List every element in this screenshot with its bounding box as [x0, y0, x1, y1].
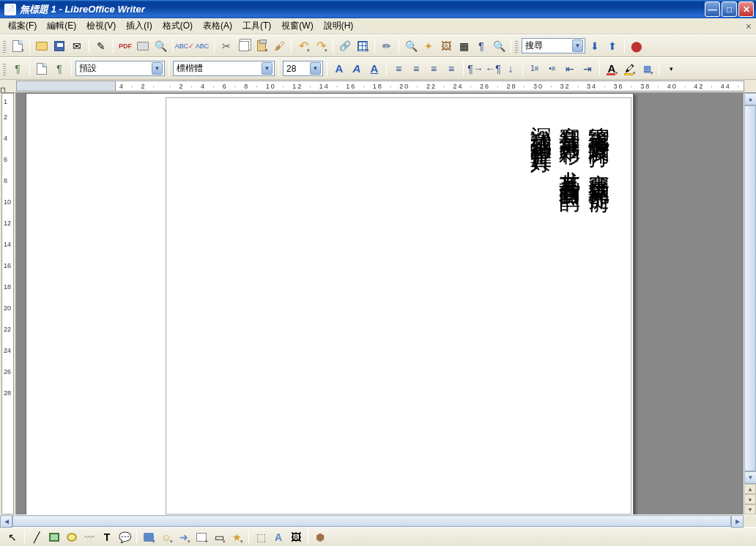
horizontal-scrollbar[interactable]: ◀ ▶ — [0, 515, 756, 527]
star-shapes-button[interactable]: ★ — [229, 529, 245, 545]
menu-tools[interactable]: 工具(T) — [237, 18, 276, 34]
italic-button[interactable]: A — [349, 61, 365, 77]
indent-decrease-button[interactable]: ⇤ — [562, 61, 578, 77]
more-button[interactable]: ▾ — [663, 61, 679, 77]
export-pdf-button[interactable]: PDF — [117, 38, 133, 54]
hyperlink-button[interactable]: 🔗 — [337, 38, 353, 54]
copy-button[interactable] — [236, 38, 252, 54]
select-tool-button[interactable]: ↖ — [4, 529, 21, 545]
paragraph-style-combo[interactable]: 預設 ▼ — [75, 61, 165, 76]
document-close-button[interactable]: × — [746, 20, 752, 32]
menu-insert[interactable]: 插入(I) — [121, 18, 157, 34]
rect-tool-button[interactable] — [46, 529, 62, 545]
symbol-shapes-button[interactable]: ☺ — [158, 529, 174, 545]
document-page[interactable]: 總冠軍賽還沒開打，賽爾提克卻提前 賽卻是萬分精彩。尤其是看到西區的 深讓我感到┊… — [166, 97, 631, 515]
background-color-button[interactable]: ▦ — [639, 61, 655, 77]
document-text[interactable]: 總冠軍賽還沒開打，賽爾提克卻提前 賽卻是萬分精彩。尤其是看到西區的 深讓我感到┊… — [524, 110, 610, 504]
window-minimize-button[interactable]: — — [705, 1, 720, 17]
underline-button[interactable]: A — [366, 61, 382, 77]
indent-increase-button[interactable]: ⇥ — [579, 61, 596, 77]
font-value[interactable]: 標楷體 — [177, 62, 259, 75]
edit-mode-button[interactable]: ✎ — [93, 38, 109, 54]
find-replace-button[interactable]: 🔍 — [403, 38, 419, 54]
toolbar-grip-3[interactable] — [3, 62, 6, 75]
print-button[interactable] — [135, 38, 151, 54]
next-page-button[interactable]: ▼ — [744, 504, 756, 515]
menu-format[interactable]: 格式(O) — [158, 18, 198, 34]
line-tool-button[interactable]: ╱ — [29, 529, 45, 545]
spellcheck-button[interactable]: ABC✓ — [177, 38, 193, 54]
styles-button[interactable]: ¶ — [10, 61, 26, 77]
ltr-button[interactable]: ¶→ — [467, 61, 483, 77]
prev-page-button[interactable]: ▲ — [744, 484, 756, 494]
ttb-lr-button[interactable]: ↓ — [503, 61, 519, 77]
vertical-scrollbar[interactable]: ▲ ▼ ▲ ● ▼ — [744, 93, 756, 515]
save-button[interactable] — [51, 38, 67, 54]
data-sources-button[interactable]: ▦ — [456, 38, 472, 54]
menu-view[interactable]: 檢視(V) — [81, 18, 121, 34]
new-document-button[interactable] — [10, 38, 26, 54]
nav-browse-button[interactable]: ● — [744, 494, 756, 504]
scroll-thumb[interactable] — [744, 105, 756, 471]
font-size-combo[interactable]: 28 ▼ — [283, 61, 323, 76]
dropdown-arrow-icon[interactable]: ▼ — [310, 62, 321, 75]
update-style-button[interactable]: ¶ — [51, 61, 67, 77]
bold-button[interactable]: A — [331, 61, 347, 77]
cut-button[interactable]: ✂ — [218, 38, 234, 54]
ellipse-tool-button[interactable] — [64, 529, 80, 545]
bullet-list-button[interactable]: •≡ — [544, 61, 560, 77]
align-center-button[interactable]: ≡ — [408, 61, 424, 77]
menu-edit[interactable]: 編輯(E) — [42, 18, 81, 34]
dropdown-arrow-icon[interactable]: ▼ — [572, 40, 583, 52]
callout-shapes-button[interactable]: ▭ — [211, 529, 227, 545]
show-draw-button[interactable]: ✏ — [379, 38, 395, 54]
format-paintbrush-button[interactable]: 🖌 — [271, 38, 287, 54]
number-list-button[interactable]: 1≡ — [527, 61, 543, 77]
menu-table[interactable]: 表格(A) — [198, 18, 237, 34]
callout-tool-button[interactable]: 💬 — [116, 529, 133, 545]
open-button[interactable] — [34, 38, 50, 54]
horizontal-ruler[interactable]: 4 · 2 · · 2 · 4 · 6 · 8 · 10 · 12 · 14 ·… — [0, 80, 756, 93]
dropdown-arrow-icon[interactable]: ▼ — [262, 62, 273, 75]
points-button[interactable]: ⬚ — [253, 529, 269, 545]
font-name-combo[interactable]: 標楷體 ▼ — [173, 61, 275, 76]
text-tool-button[interactable]: T — [99, 529, 115, 545]
email-button[interactable]: ✉ — [69, 38, 85, 54]
dropdown-arrow-icon[interactable]: ▼ — [152, 62, 163, 75]
menu-file[interactable]: 檔案(F) — [3, 18, 42, 34]
block-arrows-button[interactable]: ➜ — [176, 529, 192, 545]
flowchart-button[interactable] — [193, 529, 210, 545]
vertical-ruler[interactable]: ⊓ 1 2 4 6 8 10 12 14 16 18 20 22 24 26 2… — [0, 93, 16, 515]
align-justify-button[interactable]: ≡ — [443, 61, 459, 77]
new-style-button[interactable] — [34, 61, 50, 77]
highlight-button[interactable]: 🖍 — [621, 61, 637, 77]
scroll-left-button[interactable]: ◀ — [0, 515, 12, 528]
align-left-button[interactable]: ≡ — [390, 61, 407, 77]
menu-window[interactable]: 視窗(W) — [276, 18, 318, 34]
navigator-button[interactable]: ✦ — [420, 38, 437, 54]
rtl-button[interactable]: ←¶ — [485, 61, 501, 77]
undo-button[interactable]: ↶ — [295, 38, 311, 54]
paste-button[interactable] — [253, 38, 270, 54]
nonprinting-chars-button[interactable]: ¶ — [473, 38, 489, 54]
scroll-right-button[interactable]: ▶ — [731, 515, 744, 528]
extension-button[interactable]: ⬤ — [629, 38, 645, 54]
menu-help[interactable]: 說明(H) — [319, 18, 359, 34]
insert-table-button[interactable] — [355, 38, 371, 54]
basic-shapes-button[interactable] — [141, 529, 157, 545]
extrusion-button[interactable]: ⬢ — [312, 529, 328, 545]
toolbar-grip-2[interactable] — [515, 40, 518, 53]
align-right-button[interactable]: ≡ — [426, 61, 442, 77]
freeform-tool-button[interactable]: 〰 — [81, 529, 97, 545]
search-down-button[interactable]: ⬇ — [587, 38, 603, 54]
window-maximize-button[interactable]: □ — [722, 1, 737, 17]
print-preview-button[interactable]: 🔍 — [152, 38, 168, 54]
search-up-button[interactable]: ⬆ — [604, 38, 620, 54]
document-canvas[interactable]: 總冠軍賽還沒開打，賽爾提克卻提前 賽卻是萬分精彩。尤其是看到西區的 深讓我感到┊… — [16, 93, 744, 515]
h-scroll-thumb[interactable] — [12, 515, 731, 527]
gallery-button[interactable]: 🖼 — [438, 38, 454, 54]
font-color-button[interactable]: A — [604, 61, 620, 77]
redo-button[interactable]: ↷ — [313, 38, 329, 54]
scroll-up-button[interactable]: ▲ — [744, 93, 756, 105]
fontwork-button[interactable]: A — [270, 529, 286, 545]
